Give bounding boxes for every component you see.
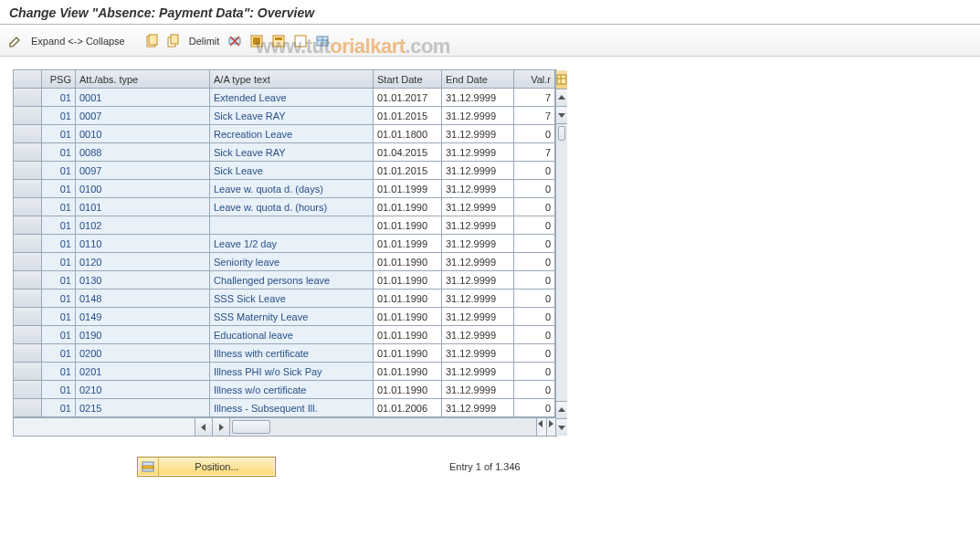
col-psg[interactable]: PSG	[42, 70, 76, 89]
row-selector[interactable]	[14, 107, 42, 125]
cell-att[interactable]: 0010	[76, 125, 210, 143]
col-val[interactable]: Val.r	[514, 70, 555, 89]
cell-start[interactable]: 01.01.1990	[374, 198, 442, 216]
cell-val[interactable]: 0	[514, 198, 555, 216]
configure-columns-icon[interactable]	[556, 70, 567, 89]
cell-val[interactable]: 7	[514, 107, 555, 125]
row-selector[interactable]	[14, 143, 42, 162]
deselect-all-icon[interactable]	[292, 33, 309, 49]
cell-att[interactable]: 0190	[76, 326, 210, 344]
vscroll-thumb[interactable]	[558, 126, 565, 141]
scroll-right-icon[interactable]	[213, 418, 230, 436]
toggle-edit-icon[interactable]	[7, 33, 24, 49]
copy-icon[interactable]	[165, 33, 182, 49]
cell-end[interactable]: 31.12.9999	[442, 326, 514, 344]
cell-end[interactable]: 31.12.9999	[442, 290, 514, 308]
cell-val[interactable]: 7	[514, 89, 555, 107]
expand-collapse-button[interactable]: Expand <-> Collapse	[29, 36, 127, 47]
cell-end[interactable]: 31.12.9999	[442, 344, 514, 363]
cell-end[interactable]: 31.12.9999	[442, 198, 514, 216]
row-selector[interactable]	[14, 198, 42, 216]
scroll-left-icon[interactable]	[195, 418, 213, 436]
position-button[interactable]: Position...	[137, 457, 276, 477]
cell-val[interactable]: 0	[514, 271, 555, 290]
row-selector[interactable]	[14, 344, 42, 363]
cell-att[interactable]: 0149	[76, 308, 210, 326]
cell-start[interactable]: 01.01.1990	[374, 344, 442, 363]
cell-val[interactable]: 0	[514, 253, 555, 271]
row-selector[interactable]	[14, 399, 42, 417]
vscroll-track[interactable]	[556, 124, 567, 401]
hscroll-thumb[interactable]	[232, 420, 270, 434]
cell-val[interactable]: 0	[514, 180, 555, 198]
cell-val[interactable]: 0	[514, 162, 555, 180]
row-selector[interactable]	[14, 125, 42, 143]
cell-start[interactable]: 01.01.1990	[374, 308, 442, 326]
cell-att[interactable]: 0102	[76, 216, 210, 235]
cell-end[interactable]: 31.12.9999	[442, 180, 514, 198]
cell-start[interactable]: 01.01.1999	[374, 180, 442, 198]
cell-end[interactable]: 31.12.9999	[442, 89, 514, 107]
row-selector[interactable]	[14, 180, 42, 198]
new-entries-icon[interactable]	[143, 33, 160, 49]
col-selector[interactable]	[14, 70, 42, 89]
cell-att[interactable]: 0110	[76, 235, 210, 253]
scroll-down2-icon[interactable]	[556, 419, 567, 436]
row-selector[interactable]	[14, 308, 42, 326]
select-all-icon[interactable]	[248, 33, 265, 49]
cell-start[interactable]: 01.01.1990	[374, 381, 442, 399]
cell-end[interactable]: 31.12.9999	[442, 253, 514, 271]
cell-start[interactable]: 01.01.1999	[374, 235, 442, 253]
row-selector[interactable]	[14, 253, 42, 271]
cell-end[interactable]: 31.12.9999	[442, 125, 514, 143]
configuration-icon[interactable]	[314, 33, 331, 49]
cell-att[interactable]: 0215	[76, 399, 210, 417]
cell-att[interactable]: 0120	[76, 253, 210, 271]
cell-end[interactable]: 31.12.9999	[442, 271, 514, 290]
scroll-left2-icon[interactable]	[537, 418, 547, 436]
row-selector[interactable]	[14, 290, 42, 308]
scroll-up-icon[interactable]	[556, 89, 567, 107]
col-start[interactable]: Start Date	[374, 70, 442, 89]
cell-att[interactable]: 0130	[76, 271, 210, 290]
cell-att[interactable]: 0007	[76, 107, 210, 125]
cell-end[interactable]: 31.12.9999	[442, 381, 514, 399]
col-end[interactable]: End Date	[442, 70, 514, 89]
row-selector[interactable]	[14, 271, 42, 290]
cell-att[interactable]: 0148	[76, 290, 210, 308]
cell-val[interactable]: 0	[514, 344, 555, 363]
delete-icon[interactable]	[227, 33, 243, 49]
cell-val[interactable]: 0	[514, 216, 555, 235]
cell-start[interactable]: 01.01.1990	[374, 216, 442, 235]
row-selector[interactable]	[14, 326, 42, 344]
cell-start[interactable]: 01.01.2015	[374, 162, 442, 180]
hscroll-track[interactable]	[230, 418, 536, 436]
row-selector[interactable]	[14, 363, 42, 381]
cell-att[interactable]: 0001	[76, 89, 210, 107]
col-txt[interactable]: A/A type text	[210, 70, 374, 89]
cell-end[interactable]: 31.12.9999	[442, 162, 514, 180]
cell-start[interactable]: 01.01.1990	[374, 253, 442, 271]
cell-att[interactable]: 0210	[76, 381, 210, 399]
cell-start[interactable]: 01.01.1990	[374, 290, 442, 308]
cell-val[interactable]: 0	[514, 290, 555, 308]
cell-start[interactable]: 01.01.1990	[374, 271, 442, 290]
row-selector[interactable]	[14, 381, 42, 399]
delimit-button[interactable]: Delimit	[187, 36, 222, 47]
cell-att[interactable]: 0201	[76, 363, 210, 381]
cell-val[interactable]: 0	[514, 125, 555, 143]
cell-start[interactable]: 01.01.1990	[374, 326, 442, 344]
cell-start[interactable]: 01.01.2015	[374, 107, 442, 125]
cell-val[interactable]: 0	[514, 399, 555, 417]
cell-end[interactable]: 31.12.9999	[442, 363, 514, 381]
scroll-up2-icon[interactable]	[556, 401, 567, 419]
cell-end[interactable]: 31.12.9999	[442, 308, 514, 326]
cell-val[interactable]: 0	[514, 363, 555, 381]
cell-start[interactable]: 01.01.2017	[374, 89, 442, 107]
cell-end[interactable]: 31.12.9999	[442, 216, 514, 235]
row-selector[interactable]	[14, 235, 42, 253]
cell-start[interactable]: 01.01.1990	[374, 363, 442, 381]
cell-att[interactable]: 0200	[76, 344, 210, 363]
cell-start[interactable]: 01.01.2006	[374, 399, 442, 417]
cell-start[interactable]: 01.01.1800	[374, 125, 442, 143]
